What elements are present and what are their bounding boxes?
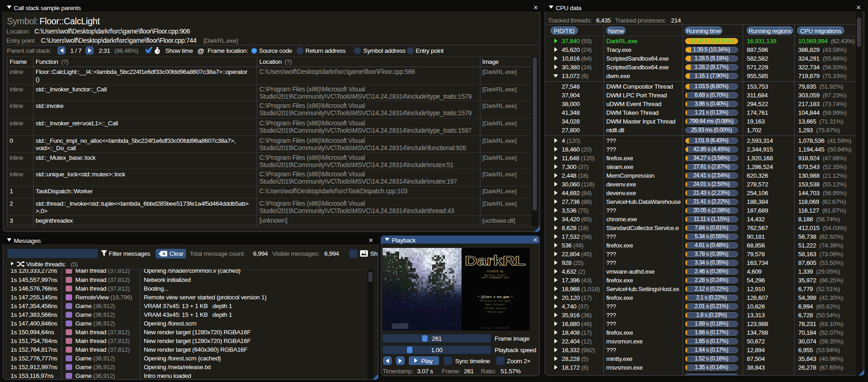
svg-text:[Q]uit game: [Q]uit game	[487, 310, 504, 314]
svg-text:* [S]tart a new game *: * [S]tart a new game *	[478, 296, 513, 299]
svg-text:Version: 15c455ee76: Version: 15c455ee76	[481, 326, 510, 330]
svg-text:wolf.pld@gmail.com: wolf.pld@gmail.com	[482, 276, 509, 279]
svg-text:Game [m]anual: Game [m]anual	[485, 303, 505, 306]
svg-text:[R]eplay an old game: [R]eplay an old game	[479, 299, 511, 303]
svg-text:[V]ideo options: [V]ideo options	[484, 307, 507, 310]
svg-text:DarkRL: DarkRL	[465, 253, 525, 268]
svg-text:Created by: Created by	[487, 270, 503, 273]
